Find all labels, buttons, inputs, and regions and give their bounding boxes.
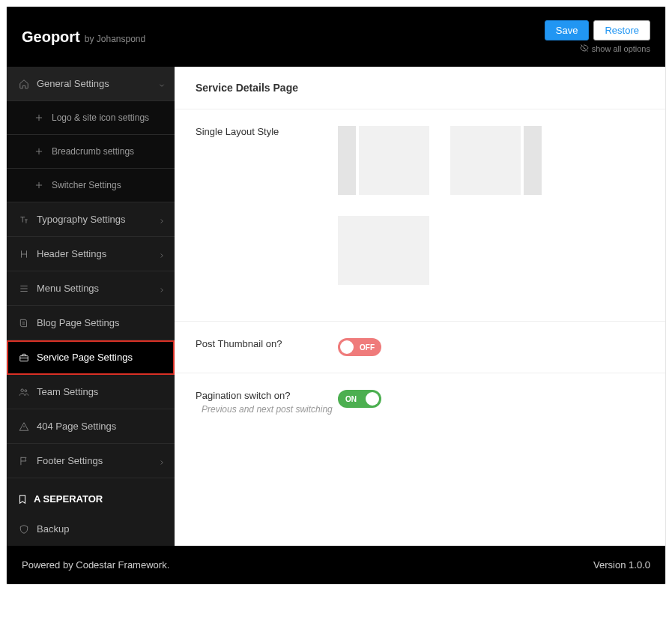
sidebar: General Settings Logo & site icon settin… bbox=[7, 67, 175, 546]
sidebar-label: Service Page Settings bbox=[37, 352, 133, 363]
sidebar-label: Backup bbox=[37, 523, 69, 535]
header-buttons: Save Restore bbox=[545, 20, 650, 40]
layout-preview-block bbox=[450, 126, 521, 195]
pagination-label: Pagination switch on? bbox=[196, 390, 338, 401]
heading-icon bbox=[17, 249, 31, 259]
toggle-off-label: OFF bbox=[360, 343, 375, 352]
sidebar-label: Blog Page Settings bbox=[37, 317, 120, 328]
sidebar-item-header-settings[interactable]: Header Settings bbox=[7, 237, 175, 271]
header-bar: Geoport by Johanspond Save Restore show … bbox=[7, 7, 665, 67]
layout-options bbox=[338, 126, 644, 285]
row-single-layout: Single Layout Style bbox=[175, 109, 665, 322]
content-panel: Service Details Page Single Layout Style bbox=[175, 67, 665, 546]
toggle-on-label: ON bbox=[345, 395, 357, 403]
chevron-right-icon bbox=[158, 457, 166, 465]
chevron-right-icon bbox=[158, 285, 166, 292]
sidebar-sub-logo-settings[interactable]: Logo & site icon settings bbox=[7, 101, 175, 135]
plus-icon bbox=[32, 112, 46, 123]
layout-option-left-sidebar[interactable] bbox=[338, 126, 429, 195]
sidebar-item-blog-page-settings[interactable]: Blog Page Settings bbox=[7, 306, 175, 340]
sidebar-item-menu-settings[interactable]: Menu Settings bbox=[7, 271, 175, 306]
layout-preview-block bbox=[338, 216, 429, 285]
users-icon bbox=[17, 387, 31, 397]
header-actions: Save Restore show all options bbox=[545, 20, 650, 54]
toggle-knob bbox=[366, 392, 379, 406]
alert-icon bbox=[17, 421, 31, 432]
show-all-label: show all options bbox=[592, 44, 650, 53]
separator-label: A SEPERATOR bbox=[34, 493, 103, 505]
save-button[interactable]: Save bbox=[545, 20, 590, 40]
post-thumbnail-label: Post Thumbnail on? bbox=[196, 338, 338, 356]
sidebar-label: General Settings bbox=[37, 78, 109, 89]
sidebar-item-service-page-settings[interactable]: Service Page Settings bbox=[7, 340, 175, 375]
home-icon bbox=[17, 79, 31, 89]
type-icon bbox=[17, 214, 31, 225]
sidebar-item-404-page-settings[interactable]: 404 Page Settings bbox=[7, 409, 175, 444]
layout-preview-block bbox=[524, 126, 542, 195]
sidebar-item-backup[interactable]: Backup bbox=[7, 512, 175, 546]
sidebar-label: Logo & site icon settings bbox=[52, 112, 149, 123]
sidebar-label: Switcher Settings bbox=[52, 180, 121, 190]
blog-icon bbox=[17, 318, 31, 328]
chevron-right-icon bbox=[158, 250, 166, 258]
shield-icon bbox=[17, 524, 31, 535]
show-all-options-link[interactable]: show all options bbox=[580, 43, 650, 54]
footer-powered: Powered by Codestar Framework. bbox=[22, 559, 169, 571]
sidebar-separator-header: A SEPERATOR bbox=[7, 478, 175, 512]
sidebar-item-team-settings[interactable]: Team Settings bbox=[7, 375, 175, 409]
sidebar-item-footer-settings[interactable]: Footer Settings bbox=[7, 444, 175, 478]
main-body: General Settings Logo & site icon settin… bbox=[7, 67, 665, 546]
sidebar-label: Footer Settings bbox=[37, 455, 103, 466]
plus-icon bbox=[32, 146, 46, 157]
svg-rect-0 bbox=[20, 355, 28, 361]
sidebar-sub-switcher-settings[interactable]: Switcher Settings bbox=[7, 169, 175, 202]
footer-version: Version 1.0.0 bbox=[593, 559, 650, 571]
single-layout-label: Single Layout Style bbox=[196, 126, 338, 285]
post-thumbnail-toggle[interactable]: OFF bbox=[338, 338, 381, 356]
briefcase-icon bbox=[17, 352, 31, 363]
restore-button[interactable]: Restore bbox=[593, 20, 650, 40]
page-title: Service Details Page bbox=[175, 67, 665, 109]
flag-icon bbox=[17, 456, 31, 466]
menu-icon bbox=[17, 283, 31, 294]
sidebar-label: Breadcrumb settings bbox=[52, 146, 134, 157]
pagination-toggle[interactable]: ON bbox=[338, 390, 381, 408]
bookmark-icon bbox=[17, 494, 28, 505]
app-frame: Geoport by Johanspond Save Restore show … bbox=[6, 6, 666, 585]
layout-preview-block bbox=[359, 126, 429, 195]
row-pagination: Pagination switch on? Previous and next … bbox=[175, 373, 665, 520]
sidebar-label: 404 Page Settings bbox=[37, 421, 116, 432]
sidebar-item-typography-settings[interactable]: Typography Settings bbox=[7, 202, 175, 237]
brand-name: Geoport bbox=[22, 28, 80, 46]
sidebar-label: Team Settings bbox=[37, 386, 98, 397]
layout-option-full-width[interactable] bbox=[338, 216, 429, 285]
sidebar-sub-breadcrumb-settings[interactable]: Breadcrumb settings bbox=[7, 135, 175, 169]
brand-byline: by Johanspond bbox=[85, 34, 145, 44]
chevron-down-icon bbox=[158, 80, 166, 88]
row-post-thumbnail: Post Thumbnail on? OFF bbox=[175, 322, 665, 373]
layout-preview-block bbox=[338, 126, 356, 195]
layout-option-right-sidebar[interactable] bbox=[450, 126, 542, 195]
toggle-knob bbox=[340, 340, 354, 354]
sidebar-label: Typography Settings bbox=[37, 214, 126, 225]
chevron-right-icon bbox=[158, 216, 166, 223]
sidebar-label: Menu Settings bbox=[37, 283, 99, 294]
pagination-label-group: Pagination switch on? Previous and next … bbox=[196, 390, 338, 415]
header-title: Geoport by Johanspond bbox=[22, 28, 145, 46]
svg-point-2 bbox=[25, 389, 27, 391]
svg-point-1 bbox=[21, 388, 24, 391]
pagination-sublabel: Previous and next post switching bbox=[196, 404, 338, 415]
sidebar-label: Header Settings bbox=[37, 248, 106, 259]
eye-off-icon bbox=[580, 43, 589, 54]
sidebar-item-general-settings[interactable]: General Settings bbox=[7, 67, 175, 101]
footer-bar: Powered by Codestar Framework. Version 1… bbox=[7, 546, 665, 584]
plus-icon bbox=[32, 180, 46, 190]
